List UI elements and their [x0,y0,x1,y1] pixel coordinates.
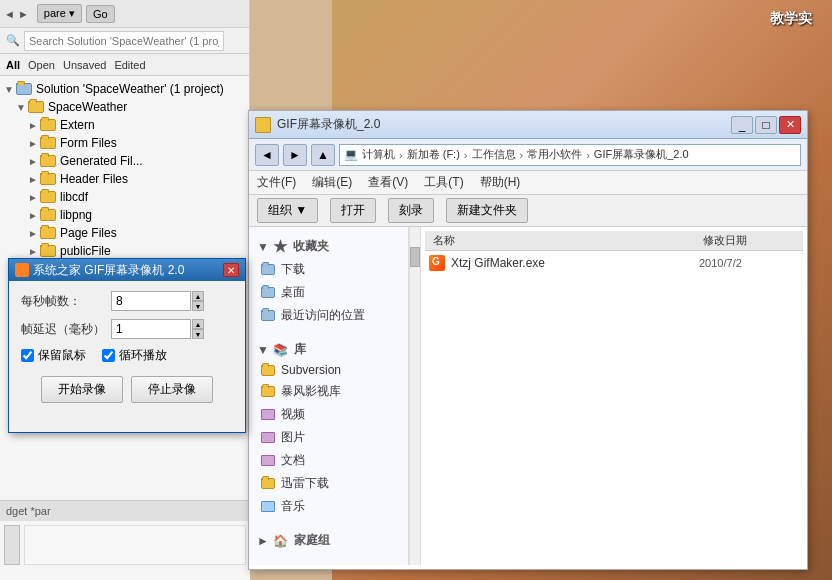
tree-arrow: ► [28,210,40,221]
sidebar-item-stormlibrary[interactable]: 暴风影视库 [253,380,404,403]
folder-icon [40,155,56,167]
fps-spinner-down[interactable]: ▼ [192,301,204,311]
delay-input[interactable] [111,319,191,339]
library-icon [261,501,275,512]
explorer-content: ▼ ★ 收藏夹 下载 桌面 最近访问的位置 [249,227,807,565]
ide-pare-dropdown[interactable]: pare ▾ [37,4,82,23]
menu-edit[interactable]: 编辑(E) [312,174,352,191]
project-label: SpaceWeather [48,100,127,114]
delay-spinner-down[interactable]: ▼ [192,329,204,339]
keep-cursor-checkbox-label[interactable]: 保留鼠标 [21,347,86,364]
sidebar-item-video[interactable]: 视频 [253,403,404,426]
fps-label: 每秒帧数： [21,293,111,310]
start-recording-button[interactable]: 开始录像 [41,376,123,403]
sidebar-item-documents[interactable]: 文档 [253,449,404,472]
menu-file[interactable]: 文件(F) [257,174,296,191]
tab-unsaved[interactable]: Unsaved [63,59,106,71]
menu-help[interactable]: 帮助(H) [480,174,521,191]
addr-part-1: 计算机 [362,147,395,162]
favorites-arrow: ▼ [257,240,269,254]
keep-cursor-checkbox[interactable] [21,349,34,362]
ide-toolbar-arrows: ◄ ► [4,8,29,20]
sidebar-item-downloads[interactable]: 下载 [253,258,404,281]
ide-bottom-controls [0,521,250,569]
tree-arrow: ► [28,156,40,167]
network-header[interactable]: ► 🏠 家庭组 [253,530,404,551]
folder-icon [261,264,275,275]
tree-item-extern[interactable]: ► Extern [0,116,249,134]
addr-sep-3: › [520,149,524,161]
organize-button[interactable]: 组织 ▼ [257,198,318,223]
network-icon: 🏠 [273,534,288,548]
stop-recording-button[interactable]: 停止录像 [131,376,213,403]
item-label: Subversion [281,363,341,377]
folder-label: Header Files [60,172,128,186]
network-arrow: ► [257,534,269,548]
tree-item-libcdf[interactable]: ► libcdf [0,188,249,206]
loop-checkbox-label[interactable]: 循环播放 [102,347,167,364]
back-button[interactable]: ◄ [255,144,279,166]
tab-all[interactable]: All [6,59,20,71]
delay-spinner-up[interactable]: ▲ [192,319,204,329]
maximize-button[interactable]: □ [755,116,777,134]
folder-icon [261,365,275,376]
up-button[interactable]: ▲ [311,144,335,166]
delay-label: 帧延迟（毫秒） [21,321,111,338]
project-item[interactable]: ▼ SpaceWeather [0,98,249,116]
tree-arrow: ▼ [16,102,28,113]
minimize-button[interactable]: _ [731,116,753,134]
close-button[interactable]: ✕ [779,116,801,134]
dialog-close-button[interactable]: ✕ [223,263,239,277]
forward-button[interactable]: ► [283,144,307,166]
ide-go-button[interactable]: Go [86,5,115,23]
solution-root-item[interactable]: ▼ Solution 'SpaceWeather' (1 project) [0,80,249,98]
tree-item-pagefiles[interactable]: ► Page Files [0,224,249,242]
tree-item-formfiles[interactable]: ► Form Files [0,134,249,152]
sidebar-scrollbar[interactable] [409,227,421,565]
menu-view[interactable]: 查看(V) [368,174,408,191]
sidebar-item-subversion[interactable]: Subversion [253,360,404,380]
tree-item-generated[interactable]: ► Generated Fil... [0,152,249,170]
folder-label: libpng [60,208,92,222]
tree-item-libpng[interactable]: ► libpng [0,206,249,224]
explorer-toolbar: 组织 ▼ 打开 刻录 新建文件夹 [249,195,807,227]
new-folder-button[interactable]: 新建文件夹 [446,198,528,223]
solution-label: Solution 'SpaceWeather' (1 project) [36,82,224,96]
tab-open[interactable]: Open [28,59,55,71]
network-label: 家庭组 [294,532,330,549]
dialog-titlebar: 系统之家 GIF屏幕录像机 2.0 ✕ [9,259,245,281]
ide-search-input[interactable] [24,31,224,51]
ide-filter-tabs: All Open Unsaved Edited [0,54,249,76]
file-row-gifmaker[interactable]: Xtzj GifMaker.exe 2010/7/2 [425,251,803,275]
fps-spinner-up[interactable]: ▲ [192,291,204,301]
library-header[interactable]: ▼ 📚 库 [253,339,404,360]
sidebar-item-pictures[interactable]: 图片 [253,426,404,449]
project-icon [28,101,44,113]
address-bar[interactable]: 💻 计算机 › 新加卷 (F:) › 工作信息 › 常用小软件 › GIF屏幕录… [339,144,801,166]
folder-icon [261,386,275,397]
open-button[interactable]: 打开 [330,198,376,223]
scrollbar-thumb[interactable] [410,247,420,267]
loop-checkbox[interactable] [102,349,115,362]
fps-input[interactable] [111,291,191,311]
tree-arrow: ► [28,120,40,131]
sidebar-item-music[interactable]: 音乐 [253,495,404,518]
folder-icon [40,209,56,221]
col-date-header: 修改日期 [703,233,803,248]
favorites-header[interactable]: ▼ ★ 收藏夹 [253,235,404,258]
exe-file-icon [429,255,445,271]
ide-scroll-left[interactable] [4,525,20,565]
dialog-title-text: 系统之家 GIF屏幕录像机 2.0 [33,262,184,279]
item-label: 暴风影视库 [281,383,341,400]
sidebar-item-desktop[interactable]: 桌面 [253,281,404,304]
burn-button[interactable]: 刻录 [388,198,434,223]
sidebar-item-thunder[interactable]: 迅雷下载 [253,472,404,495]
tree-item-headerfiles[interactable]: ► Header Files [0,170,249,188]
fps-spinner: ▲ ▼ [192,291,204,311]
item-label: 视频 [281,406,305,423]
ide-toolbar: ◄ ► pare ▾ Go [0,0,249,28]
tab-edited[interactable]: Edited [114,59,145,71]
sidebar-item-recent[interactable]: 最近访问的位置 [253,304,404,327]
menu-tools[interactable]: 工具(T) [424,174,463,191]
tree-arrow: ► [28,138,40,149]
